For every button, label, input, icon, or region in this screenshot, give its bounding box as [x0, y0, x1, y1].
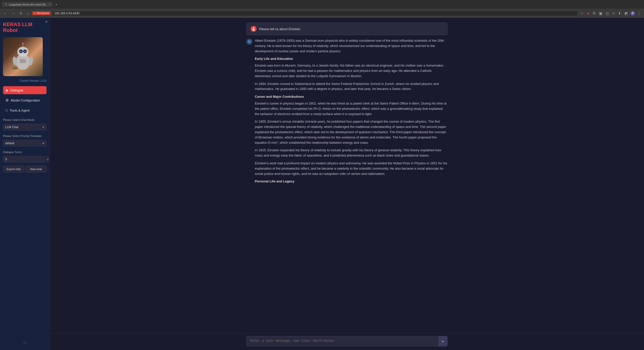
- turns-decrement-button[interactable]: −: [46, 156, 49, 162]
- chat-mode-label: Please Select Chat Mode:: [3, 118, 47, 121]
- model-config-label: Model Configuration: [11, 98, 40, 102]
- address-bar[interactable]: [52, 11, 578, 16]
- tools-agent-label: Tools & Agent: [10, 109, 30, 112]
- svg-point-16: [252, 29, 255, 31]
- extension-icon-1[interactable]: ●: [586, 11, 590, 16]
- security-badge: ⚠ Not secure: [32, 11, 50, 15]
- input-area: ➤: [50, 333, 644, 350]
- svg-point-6: [20, 51, 22, 52]
- dialogue-turns-label: Dialogue Turns:: [3, 151, 47, 154]
- svg-point-17: [248, 40, 251, 43]
- extension-icon-7[interactable]: ◩: [624, 11, 629, 16]
- extension-icon-3[interactable]: ▣: [598, 11, 603, 16]
- browser-toolbar: ☆ ● R ▣ ◫ ≡ ⬇ ◩ A ⋮: [579, 11, 642, 16]
- chat-container: Please tell us about Einstein. Albert Ei…: [50, 18, 644, 350]
- ai-career-p1: Einstein's career in physics began in 19…: [255, 101, 448, 117]
- ai-career-p3: In 1915, Einstein expanded his theory of…: [255, 148, 448, 158]
- footer-icon: ⊙: [23, 340, 26, 345]
- sidebar-close-button[interactable]: ×: [45, 20, 48, 24]
- reload-button[interactable]: ↻: [18, 10, 24, 16]
- active-tab[interactable]: ⬡ Langchain-Keras-llm-robot Wi... ×: [2, 2, 52, 7]
- home-button[interactable]: ⌂: [26, 10, 31, 16]
- sidebar-footer: ⊙: [3, 338, 47, 347]
- new-tab-button[interactable]: +: [54, 2, 59, 7]
- dialogue-icon: ◈: [6, 88, 8, 92]
- model-config-icon: ⚙: [6, 98, 9, 102]
- extension-icon-2[interactable]: R: [592, 11, 596, 16]
- chat-messages: Please tell us about Einstein. Albert Ei…: [50, 18, 644, 333]
- app-container: × KERAS LLM Robot: [0, 18, 644, 350]
- sidebar-item-dialogue[interactable]: ◈ Dialogue: [3, 86, 47, 94]
- tab-title: Langchain-Keras-llm-robot Wi...: [9, 3, 48, 6]
- tab-close-button[interactable]: ×: [49, 3, 51, 6]
- extension-icon-4[interactable]: ◫: [605, 11, 610, 16]
- svg-point-19: [250, 41, 250, 42]
- ai-section-heading-3: Personal Life and Legacy: [255, 179, 448, 184]
- user-message: Please tell us about Einstein.: [246, 23, 448, 35]
- ai-message-content: Albert Einstein (1879-1955) was a German…: [255, 38, 448, 186]
- user-message-text: Please tell us about Einstein.: [259, 27, 301, 31]
- prompt-template-select-container: default custom ▼: [3, 140, 47, 146]
- ai-section-heading-1: Early Life and Education: [255, 56, 448, 62]
- ai-avatar: [246, 39, 252, 45]
- export-chat-button[interactable]: Export chat: [3, 166, 24, 173]
- prompt-template-select[interactable]: default custom: [3, 140, 47, 146]
- app-title: KERAS LLM Robot: [3, 22, 47, 33]
- security-label: Not secure: [37, 12, 49, 15]
- tools-agent-icon: □: [6, 108, 8, 112]
- bookmark-icon[interactable]: ☆: [579, 11, 585, 16]
- ai-career-p4: Einstein's work had a profound impact on…: [255, 161, 448, 176]
- forward-button[interactable]: →: [10, 10, 17, 16]
- ai-section-heading-2: Career and Major Contributions: [255, 94, 448, 99]
- more-options-icon[interactable]: ⋮: [636, 11, 642, 16]
- new-chat-button[interactable]: New chat: [26, 166, 47, 173]
- action-buttons: Export chat New chat: [3, 166, 47, 173]
- svg-point-18: [249, 41, 249, 42]
- prompt-template-label: Please Select Prompt Template:: [3, 134, 47, 137]
- svg-point-15: [253, 27, 254, 29]
- svg-rect-12: [20, 59, 26, 63]
- ai-early-life-p1: Einstein was born in Munich, Germany, to…: [255, 63, 448, 79]
- browser-nav-bar: ← → ↻ ⌂ ⚠ Not secure ☆ ● R ▣ ◫ ≡ ⬇ ◩ A ⋮: [0, 9, 644, 18]
- chat-mode-select[interactable]: LLM Chat Agent Chat: [3, 124, 47, 130]
- svg-point-9: [22, 43, 24, 44]
- dialogue-turns-row: − +: [3, 156, 47, 163]
- extension-icon-6[interactable]: ⬇: [617, 11, 622, 16]
- version-label: Current Version: 1.0.0: [3, 79, 47, 82]
- browser-tab-bar: ⬡ Langchain-Keras-llm-robot Wi... × +: [0, 0, 644, 9]
- ai-early-life-p2: In 1894, Einstein moved to Switzerland t…: [255, 81, 448, 92]
- send-icon: ➤: [441, 339, 444, 343]
- sidebar-item-model-config[interactable]: ⚙ Model Configuration: [3, 96, 47, 104]
- back-button[interactable]: ←: [2, 10, 9, 16]
- sidebar: × KERAS LLM Robot: [0, 18, 50, 350]
- send-button[interactable]: ➤: [438, 336, 447, 346]
- svg-point-1: [17, 47, 28, 57]
- tab-favicon: ⬡: [5, 3, 7, 6]
- message-input[interactable]: [247, 336, 438, 346]
- svg-point-7: [24, 51, 26, 52]
- chat-mode-select-container: LLM Chat Agent Chat ▼: [3, 124, 47, 130]
- robot-image: [3, 37, 43, 76]
- user-avatar: [251, 26, 257, 32]
- extension-icon-5[interactable]: ≡: [612, 11, 616, 16]
- ai-message: Albert Einstein (1879-1955) was a German…: [246, 38, 448, 186]
- profile-icon[interactable]: A: [630, 11, 635, 16]
- sidebar-item-tools-agent[interactable]: □ Tools & Agent: [3, 106, 47, 114]
- ai-career-p2: In 1905, Einstein's annus mirabilis (mir…: [255, 119, 448, 145]
- ai-intro-text: Albert Einstein (1879-1955) was a German…: [255, 38, 448, 54]
- dialogue-label: Dialogue: [10, 88, 23, 92]
- dialogue-turns-input[interactable]: [3, 156, 45, 163]
- input-wrapper: ➤: [246, 336, 448, 346]
- security-icon: ⚠: [34, 12, 36, 15]
